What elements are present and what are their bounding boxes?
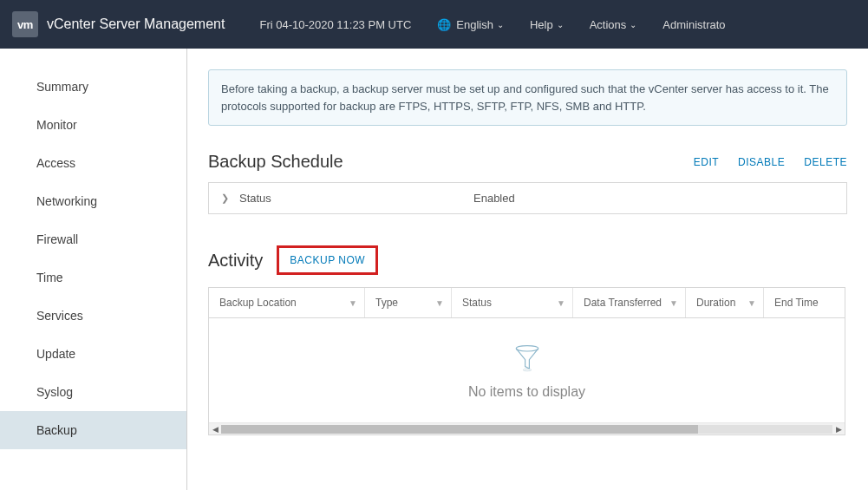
- no-items-text: No items to display: [468, 384, 585, 400]
- actions-menu[interactable]: Actions ⌄: [590, 18, 637, 31]
- grid-header-row: Backup Location ▼ Type ▼ Status ▼ Data T…: [209, 288, 845, 318]
- edit-button[interactable]: EDIT: [694, 156, 719, 168]
- column-type[interactable]: Type ▼: [365, 288, 452, 317]
- help-label: Help: [530, 18, 553, 31]
- activity-grid: Backup Location ▼ Type ▼ Status ▼ Data T…: [208, 287, 845, 435]
- filter-icon[interactable]: ▼: [349, 298, 357, 308]
- actions-label: Actions: [590, 18, 627, 31]
- filter-icon[interactable]: ▼: [747, 298, 756, 308]
- column-data-transferred[interactable]: Data Transferred ▼: [573, 288, 686, 317]
- activity-header: Activity BACKUP NOW: [208, 245, 847, 275]
- svg-point-1: [523, 369, 532, 370]
- backup-schedule-title: Backup Schedule: [208, 152, 343, 172]
- language-label: English: [456, 18, 493, 31]
- sidebar-item-time[interactable]: Time: [0, 258, 186, 297]
- datetime-display: Fri 04-10-2020 11:23 PM UTC: [259, 18, 411, 31]
- status-label: Status: [239, 192, 473, 205]
- grid-body-empty: No items to display: [209, 318, 845, 422]
- sidebar-item-update[interactable]: Update: [0, 335, 186, 373]
- column-end-time[interactable]: End Time: [764, 288, 845, 317]
- column-label: Data Transferred: [584, 297, 662, 309]
- sidebar-item-services[interactable]: Services: [0, 297, 186, 335]
- sidebar-item-networking[interactable]: Networking: [0, 182, 186, 220]
- scroll-right-arrow[interactable]: ▶: [832, 425, 845, 434]
- filter-icon[interactable]: ▼: [669, 298, 678, 308]
- disable-button[interactable]: DISABLE: [738, 156, 785, 168]
- top-bar: vm vCenter Server Management Fri 04-10-2…: [0, 0, 868, 49]
- main-content: Before taking a backup, a backup server …: [187, 49, 868, 490]
- sidebar-item-backup[interactable]: Backup: [0, 411, 186, 449]
- svg-point-0: [516, 346, 538, 351]
- backup-schedule-header: Backup Schedule EDIT DISABLE DELETE: [208, 152, 847, 172]
- sidebar: Summary Monitor Access Networking Firewa…: [0, 49, 187, 490]
- column-label: End Time: [774, 297, 819, 309]
- app-title: vCenter Server Management: [47, 16, 225, 32]
- filter-icon[interactable]: ▼: [435, 298, 444, 308]
- backup-now-button[interactable]: BACKUP NOW: [283, 250, 372, 271]
- horizontal-scrollbar[interactable]: ◀ ▶: [209, 422, 845, 434]
- sidebar-item-access[interactable]: Access: [0, 144, 186, 182]
- chevron-down-icon: ⌄: [497, 20, 504, 29]
- sidebar-item-syslog[interactable]: Syslog: [0, 373, 186, 411]
- body-area: Summary Monitor Access Networking Firewa…: [0, 49, 868, 490]
- chevron-down-icon: ⌄: [557, 20, 564, 29]
- column-label: Status: [462, 297, 492, 309]
- chevron-down-icon: ⌄: [630, 20, 636, 29]
- sidebar-item-summary[interactable]: Summary: [0, 68, 186, 106]
- column-status[interactable]: Status ▼: [452, 288, 573, 317]
- schedule-status-row[interactable]: ❯ Status Enabled: [208, 182, 847, 214]
- filter-icon[interactable]: ▼: [557, 298, 565, 308]
- scroll-left-arrow[interactable]: ◀: [209, 425, 221, 434]
- language-menu[interactable]: 🌐 English ⌄: [437, 18, 504, 31]
- activity-title: Activity: [208, 251, 263, 271]
- backup-now-highlight: BACKUP NOW: [277, 245, 378, 275]
- column-label: Backup Location: [219, 297, 297, 309]
- info-banner: Before taking a backup, a backup server …: [208, 69, 847, 126]
- delete-button[interactable]: DELETE: [804, 156, 847, 168]
- scroll-track[interactable]: [221, 425, 832, 434]
- sidebar-item-firewall[interactable]: Firewall: [0, 220, 186, 258]
- sidebar-item-monitor[interactable]: Monitor: [0, 106, 186, 144]
- column-backup-location[interactable]: Backup Location ▼: [209, 288, 365, 317]
- status-value: Enabled: [473, 192, 515, 205]
- column-duration[interactable]: Duration ▼: [686, 288, 764, 317]
- help-menu[interactable]: Help ⌄: [530, 18, 564, 31]
- column-label: Duration: [696, 297, 735, 309]
- column-label: Type: [375, 297, 398, 309]
- funnel-icon: [513, 341, 541, 376]
- scroll-thumb[interactable]: [221, 425, 698, 434]
- user-menu[interactable]: Administrato: [662, 18, 725, 31]
- chevron-right-icon: ❯: [221, 193, 229, 204]
- vmware-logo: vm: [12, 11, 38, 37]
- globe-icon: 🌐: [437, 18, 451, 31]
